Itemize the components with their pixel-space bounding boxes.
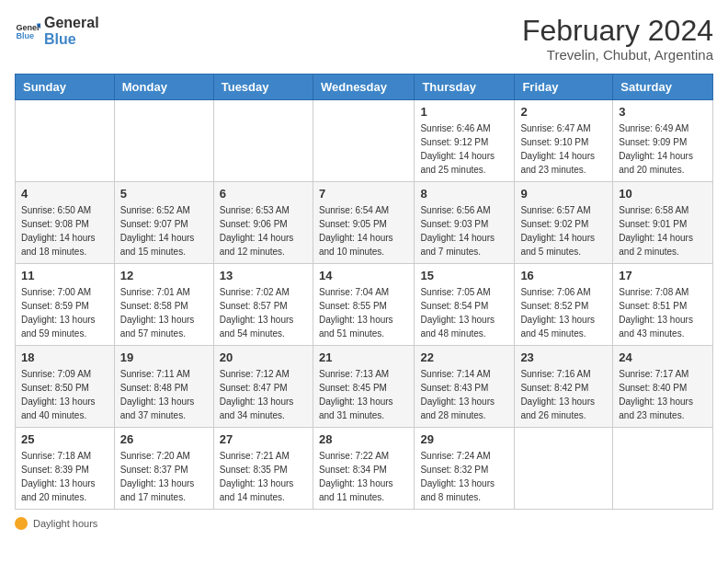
col-header-sunday: Sunday bbox=[16, 75, 115, 100]
col-header-wednesday: Wednesday bbox=[313, 75, 414, 100]
day-info: Sunrise: 6:57 AM Sunset: 9:02 PM Dayligh… bbox=[520, 203, 607, 259]
day-number: 29 bbox=[420, 432, 508, 446]
week-row-4: 18Sunrise: 7:09 AM Sunset: 8:50 PM Dayli… bbox=[16, 346, 713, 428]
day-number: 28 bbox=[319, 432, 408, 446]
calendar-table: SundayMondayTuesdayWednesdayThursdayFrid… bbox=[15, 74, 713, 510]
day-cell: 26Sunrise: 7:20 AM Sunset: 8:37 PM Dayli… bbox=[114, 428, 213, 510]
day-info: Sunrise: 7:01 AM Sunset: 8:58 PM Dayligh… bbox=[120, 285, 208, 340]
title-area: February 2024 Trevelin, Chubut, Argentin… bbox=[522, 15, 713, 63]
sun-icon bbox=[15, 517, 28, 530]
day-info: Sunrise: 7:04 AM Sunset: 8:55 PM Dayligh… bbox=[319, 285, 408, 340]
day-cell: 1Sunrise: 6:46 AM Sunset: 9:12 PM Daylig… bbox=[415, 100, 515, 182]
day-info: Sunrise: 7:12 AM Sunset: 8:47 PM Dayligh… bbox=[220, 367, 307, 422]
day-number: 19 bbox=[120, 350, 208, 364]
day-cell bbox=[313, 100, 414, 182]
day-cell: 17Sunrise: 7:08 AM Sunset: 8:51 PM Dayli… bbox=[613, 264, 713, 346]
day-cell: 25Sunrise: 7:18 AM Sunset: 8:39 PM Dayli… bbox=[16, 428, 115, 510]
day-cell: 19Sunrise: 7:11 AM Sunset: 8:48 PM Dayli… bbox=[114, 346, 213, 428]
main-title: February 2024 bbox=[522, 15, 713, 47]
day-info: Sunrise: 7:09 AM Sunset: 8:50 PM Dayligh… bbox=[21, 367, 108, 422]
day-info: Sunrise: 6:58 AM Sunset: 9:01 PM Dayligh… bbox=[619, 203, 707, 259]
day-cell bbox=[16, 100, 115, 182]
day-number: 6 bbox=[220, 187, 307, 201]
day-cell: 13Sunrise: 7:02 AM Sunset: 8:57 PM Dayli… bbox=[213, 264, 313, 346]
day-info: Sunrise: 7:14 AM Sunset: 8:43 PM Dayligh… bbox=[420, 367, 508, 422]
day-cell: 3Sunrise: 6:49 AM Sunset: 9:09 PM Daylig… bbox=[613, 100, 713, 182]
day-number: 5 bbox=[120, 187, 208, 201]
logo-general: General bbox=[44, 15, 99, 31]
day-cell: 14Sunrise: 7:04 AM Sunset: 8:55 PM Dayli… bbox=[313, 264, 414, 346]
day-info: Sunrise: 7:02 AM Sunset: 8:57 PM Dayligh… bbox=[220, 285, 307, 340]
day-cell: 11Sunrise: 7:00 AM Sunset: 8:59 PM Dayli… bbox=[16, 264, 115, 346]
day-info: Sunrise: 7:05 AM Sunset: 8:54 PM Dayligh… bbox=[420, 285, 508, 340]
day-cell: 18Sunrise: 7:09 AM Sunset: 8:50 PM Dayli… bbox=[16, 346, 115, 428]
day-number: 20 bbox=[220, 350, 307, 364]
day-cell: 7Sunrise: 6:54 AM Sunset: 9:05 PM Daylig… bbox=[313, 182, 414, 264]
day-info: Sunrise: 6:46 AM Sunset: 9:12 PM Dayligh… bbox=[420, 121, 508, 177]
day-info: Sunrise: 6:52 AM Sunset: 9:07 PM Dayligh… bbox=[120, 203, 208, 259]
day-number: 14 bbox=[319, 269, 408, 282]
day-cell: 6Sunrise: 6:53 AM Sunset: 9:06 PM Daylig… bbox=[213, 182, 313, 264]
col-header-friday: Friday bbox=[515, 75, 613, 100]
day-cell bbox=[515, 428, 613, 510]
week-row-5: 25Sunrise: 7:18 AM Sunset: 8:39 PM Dayli… bbox=[16, 428, 713, 510]
col-header-tuesday: Tuesday bbox=[213, 75, 313, 100]
day-cell: 10Sunrise: 6:58 AM Sunset: 9:01 PM Dayli… bbox=[613, 182, 713, 264]
day-cell: 12Sunrise: 7:01 AM Sunset: 8:58 PM Dayli… bbox=[114, 264, 213, 346]
day-cell: 29Sunrise: 7:24 AM Sunset: 8:32 PM Dayli… bbox=[415, 428, 515, 510]
day-cell: 23Sunrise: 7:16 AM Sunset: 8:42 PM Dayli… bbox=[515, 346, 613, 428]
day-cell: 5Sunrise: 6:52 AM Sunset: 9:07 PM Daylig… bbox=[114, 182, 213, 264]
svg-text:General: General bbox=[16, 22, 40, 31]
day-info: Sunrise: 6:47 AM Sunset: 9:10 PM Dayligh… bbox=[520, 121, 607, 177]
day-number: 24 bbox=[619, 350, 707, 364]
day-info: Sunrise: 6:54 AM Sunset: 9:05 PM Dayligh… bbox=[319, 203, 408, 259]
week-row-3: 11Sunrise: 7:00 AM Sunset: 8:59 PM Dayli… bbox=[16, 264, 713, 346]
day-info: Sunrise: 7:00 AM Sunset: 8:59 PM Dayligh… bbox=[21, 285, 108, 340]
header-row: SundayMondayTuesdayWednesdayThursdayFrid… bbox=[16, 75, 713, 100]
day-number: 17 bbox=[619, 269, 707, 282]
day-info: Sunrise: 6:53 AM Sunset: 9:06 PM Dayligh… bbox=[220, 203, 307, 259]
day-info: Sunrise: 7:18 AM Sunset: 8:39 PM Dayligh… bbox=[21, 449, 108, 504]
daylight-label: Daylight hours bbox=[33, 518, 97, 529]
col-header-saturday: Saturday bbox=[613, 75, 713, 100]
day-info: Sunrise: 7:20 AM Sunset: 8:37 PM Dayligh… bbox=[120, 449, 208, 504]
day-number: 27 bbox=[220, 432, 307, 446]
svg-text:Blue: Blue bbox=[16, 31, 34, 40]
day-number: 16 bbox=[520, 269, 607, 282]
day-cell bbox=[613, 428, 713, 510]
day-info: Sunrise: 6:50 AM Sunset: 9:08 PM Dayligh… bbox=[21, 203, 108, 259]
footer: Daylight hours bbox=[15, 517, 713, 530]
week-row-1: 1Sunrise: 6:46 AM Sunset: 9:12 PM Daylig… bbox=[16, 100, 713, 182]
day-info: Sunrise: 7:13 AM Sunset: 8:45 PM Dayligh… bbox=[319, 367, 408, 422]
day-info: Sunrise: 7:22 AM Sunset: 8:34 PM Dayligh… bbox=[319, 449, 408, 504]
day-info: Sunrise: 7:06 AM Sunset: 8:52 PM Dayligh… bbox=[520, 285, 607, 340]
day-info: Sunrise: 6:56 AM Sunset: 9:03 PM Dayligh… bbox=[420, 203, 508, 259]
day-number: 1 bbox=[420, 105, 508, 119]
week-row-2: 4Sunrise: 6:50 AM Sunset: 9:08 PM Daylig… bbox=[16, 182, 713, 264]
day-info: Sunrise: 6:49 AM Sunset: 9:09 PM Dayligh… bbox=[619, 121, 707, 177]
subtitle: Trevelin, Chubut, Argentina bbox=[522, 47, 713, 63]
col-header-thursday: Thursday bbox=[415, 75, 515, 100]
day-number: 2 bbox=[520, 105, 607, 119]
day-cell bbox=[114, 100, 213, 182]
day-number: 12 bbox=[120, 269, 208, 282]
day-number: 15 bbox=[420, 269, 508, 282]
header: General Blue General Blue February 2024 … bbox=[15, 15, 713, 63]
day-info: Sunrise: 7:16 AM Sunset: 8:42 PM Dayligh… bbox=[520, 367, 607, 422]
day-number: 25 bbox=[21, 432, 108, 446]
day-cell: 4Sunrise: 6:50 AM Sunset: 9:08 PM Daylig… bbox=[16, 182, 115, 264]
day-cell: 20Sunrise: 7:12 AM Sunset: 8:47 PM Dayli… bbox=[213, 346, 313, 428]
day-info: Sunrise: 7:21 AM Sunset: 8:35 PM Dayligh… bbox=[220, 449, 307, 504]
day-number: 23 bbox=[520, 350, 607, 364]
day-cell: 8Sunrise: 6:56 AM Sunset: 9:03 PM Daylig… bbox=[415, 182, 515, 264]
day-info: Sunrise: 7:17 AM Sunset: 8:40 PM Dayligh… bbox=[619, 367, 707, 422]
day-cell: 22Sunrise: 7:14 AM Sunset: 8:43 PM Dayli… bbox=[415, 346, 515, 428]
day-number: 3 bbox=[619, 105, 707, 119]
day-cell: 9Sunrise: 6:57 AM Sunset: 9:02 PM Daylig… bbox=[515, 182, 613, 264]
day-number: 21 bbox=[319, 350, 408, 364]
logo: General Blue General Blue bbox=[15, 15, 99, 47]
day-cell: 21Sunrise: 7:13 AM Sunset: 8:45 PM Dayli… bbox=[313, 346, 414, 428]
day-number: 8 bbox=[420, 187, 508, 201]
day-number: 7 bbox=[319, 187, 408, 201]
day-cell: 2Sunrise: 6:47 AM Sunset: 9:10 PM Daylig… bbox=[515, 100, 613, 182]
